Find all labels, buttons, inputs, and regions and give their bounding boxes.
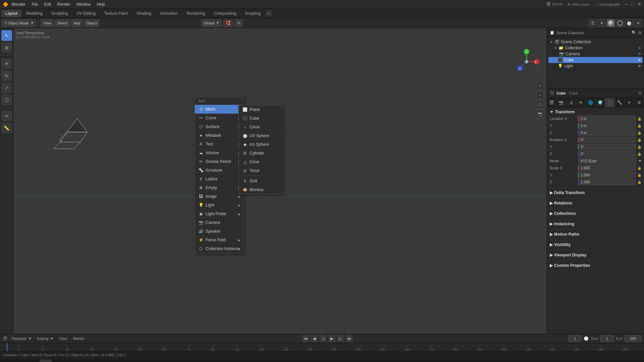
rendered-shading-btn[interactable]: ☀ [634,19,642,27]
mesh-torus-item[interactable]: ◎ Torus [239,166,282,175]
mesh-plane-item[interactable]: ⬜ Plane [239,105,282,114]
location-x-value[interactable]: 0 m [578,116,636,122]
current-frame-input[interactable] [568,335,582,342]
scale-y-value[interactable]: 1.000 [578,172,636,178]
scale-x-value[interactable]: 1.000 [578,165,636,171]
menu-help[interactable]: Help [94,1,108,7]
end-frame-input[interactable] [625,335,641,342]
outliner-filter-icon[interactable]: ⊟ [638,31,641,35]
rotation-y-lock-icon[interactable]: 🔒 [637,145,641,149]
tab-uv-editing[interactable]: UV Editing [72,10,100,17]
location-z-value[interactable]: 0 m [578,130,636,136]
collections-header[interactable]: ▶ Collections [550,211,641,216]
location-y-lock-icon[interactable]: 🔒 [637,124,641,128]
visibility-header[interactable]: ▶ Visibility [550,242,641,247]
prop-tab-particles[interactable]: ✦ [625,98,634,107]
tree-light[interactable]: 💡 Light 👁 [548,63,643,69]
cube-visibility-icon[interactable]: 👁 [638,58,641,62]
marker-btn[interactable]: Marker [71,335,87,342]
menu-item-curve[interactable]: 〜 Curve ▶ [195,114,243,122]
location-y-value[interactable]: 0 m [578,123,636,129]
tree-collection[interactable]: ▼ 📁 Collection 👁 [548,45,643,51]
instancing-header[interactable]: ▶ Instancing [550,222,641,226]
maximize-btn[interactable]: □ [631,1,634,7]
cursor-tool-btn[interactable]: ⊕ [1,42,12,53]
menu-item-camera[interactable]: 📷 Camera [195,218,243,227]
mesh-ico-sphere-item[interactable]: ◆ Ico Sphere [239,140,282,149]
playback-btn[interactable]: Playback [9,335,33,342]
tab-scripting[interactable]: Scripting [241,10,265,17]
menu-item-grease-pencil[interactable]: ✏ Grease Pencil ▶ [195,157,243,166]
prop-tab-scene[interactable]: 🎬 [547,98,557,107]
next-frame-btn[interactable]: ▷ [337,335,344,342]
menu-item-collection-instance[interactable]: ⬡ Collection Instance ▶ [195,244,243,253]
prev-frame-btn[interactable]: ◀ [311,335,318,342]
prop-tab-object[interactable]: ⬛ [605,98,615,107]
rotation-x-value[interactable]: 0° [578,137,636,143]
motion-paths-header[interactable]: ▶ Motion Paths [550,232,641,237]
mesh-grid-item[interactable]: # Grid [239,177,282,185]
move-tool-btn[interactable]: ✛ [1,58,12,69]
keying-btn[interactable]: Keying [35,335,55,342]
tab-layout[interactable]: Layout [1,10,21,17]
rotation-x-lock-icon[interactable]: 🔒 [637,138,641,142]
timeline-view-btn[interactable]: View [57,335,69,342]
menu-file[interactable]: File [29,1,41,7]
tab-texture-paint[interactable]: Texture Paint [100,10,132,17]
prop-tab-modifier[interactable]: 🔧 [615,98,625,107]
mesh-cube-item[interactable]: ⬛ Cube [239,114,282,123]
scale-x-lock-icon[interactable]: 🔒 [637,166,641,170]
tab-modeling[interactable]: Modeling [22,10,47,17]
mesh-monkey-item[interactable]: 🐵 Monkey [239,185,282,194]
menu-item-text[interactable]: A Text ▶ [195,140,243,148]
prop-tab-render[interactable]: 📷 [557,98,567,107]
blender-taskbar-btn[interactable]: 🔶 [40,360,52,362]
viewport[interactable]: User Perspective (1) Collection | Cube X… [13,28,547,334]
prop-tab-view-layer[interactable]: 👁 [576,98,586,107]
camera-view-btn[interactable]: 📷 [536,110,544,118]
global-selector[interactable]: Global [201,19,221,27]
tab-rendering[interactable]: Rendering [182,10,209,17]
menu-item-lattice[interactable]: # Lattice [195,175,243,183]
scale-z-value[interactable]: 1.000 [578,179,636,185]
location-x-lock-icon[interactable]: 🔒 [637,117,641,121]
add-workspace-btn[interactable]: + [265,10,272,17]
select-menu-btn[interactable]: Select [55,19,70,27]
tree-cube[interactable]: ⬛ Cube 👁 [548,57,643,63]
menu-item-light-probe[interactable]: ◉ Light Probe ▶ [195,209,243,218]
rotate-tool-btn[interactable]: ↻ [1,70,12,81]
wire-shading-btn[interactable] [616,19,624,27]
play-reverse-btn[interactable]: ◁ [319,335,327,342]
browser-btn[interactable]: 🌐 [27,360,39,362]
menu-render[interactable]: Render [54,1,73,7]
menu-item-armature[interactable]: 🦴 Armature [195,166,243,175]
zoom-in-btn[interactable]: + [536,82,544,90]
jump-start-btn[interactable]: ⏮ [302,335,309,342]
rotation-mode-value[interactable]: XYZ Euler [578,158,636,164]
tree-scene-collection[interactable]: ▼ 🎬 Scene Collection [548,39,643,45]
navigation-gizmo[interactable]: X Y Z [513,48,540,76]
overlay-toggle-btn[interactable]: ☰ [589,19,597,27]
menu-item-volume[interactable]: ☁ Volume ▶ [195,148,243,157]
close-btn[interactable]: ✕ [637,1,641,7]
menu-window[interactable]: Window [74,1,94,7]
prop-tab-output[interactable]: 🖨 [567,98,576,107]
measure-tool-btn[interactable]: 📏 [1,123,12,133]
menu-item-speaker[interactable]: 🔊 Speaker [195,227,243,236]
rotation-y-value[interactable]: 0° [578,144,636,150]
tab-sculpting[interactable]: Sculpting [47,10,72,17]
tab-compositing[interactable]: Compositing [210,10,240,17]
collection-visibility-icon[interactable]: 👁 [638,46,641,50]
xray-toggle-btn[interactable]: ✕ [598,19,606,27]
add-menu-btn[interactable]: Add [71,19,83,27]
scale-tool-btn[interactable]: ⤢ [1,82,12,93]
file-explorer-btn[interactable]: 📁 [14,360,26,362]
select-tool-btn[interactable]: ↖ [1,30,12,41]
transform-tool-btn[interactable]: ⬡ [1,95,12,105]
menu-item-surface[interactable]: ⬡ Surface ▶ [195,122,243,131]
prop-tab-physics[interactable]: ⚙ [634,98,644,107]
menu-edit[interactable]: Edit [42,1,54,7]
menu-item-image[interactable]: 🖼 Image ▶ [195,192,243,201]
props-filter-icon[interactable]: ⊟ [638,91,641,95]
solid-shading-btn[interactable] [607,19,615,27]
